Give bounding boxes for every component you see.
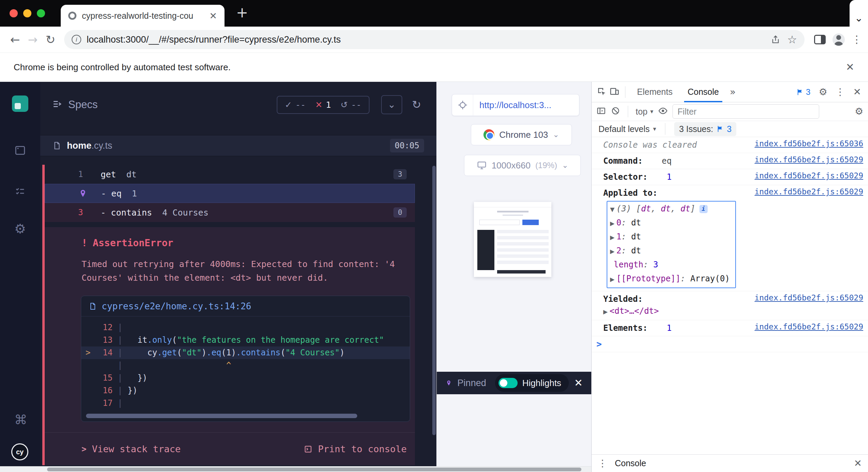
tab-title: cypress-realworld-testing-cou [82,11,204,21]
view-stack-trace-button[interactable]: > View stack trace [82,444,181,454]
devtools-settings-icon[interactable]: ⚙ [819,87,827,97]
code-frame-link[interactable]: cypress/e2e/home.cy.ts:14:26 [102,301,251,311]
source-link[interactable]: index.fd56be2f.js:65029 [755,293,864,302]
more-tabs-icon[interactable]: » [728,87,738,97]
spec-extension: .cy.ts [91,141,112,151]
command-count-badge: 3 [393,169,407,179]
viewport-caret-icon: ⌄ [562,162,568,169]
aut-url-bar[interactable]: http://localhost:3... [452,94,579,116]
selector-playground-icon[interactable] [452,94,473,116]
specs-menu-icon[interactable] [52,99,62,110]
context-selector[interactable]: top ▾ [636,107,653,117]
collapse-reporter-button[interactable]: ⌄ [381,95,402,114]
source-link[interactable]: index.fd56be2f.js:65029 [755,187,864,196]
console-row: Applied to:▼ (3) [dt, dt, dt]i▶ 0: dt▶ 1… [592,185,868,291]
devtools-close-icon[interactable]: ✕ [853,87,861,97]
devtools-menu-icon[interactable]: ⋮ [836,87,845,97]
code-frame: cypress/e2e/home.cy.ts:14:26 12|13| it.o… [81,296,410,422]
passed-count: -- [295,100,306,110]
pin-icon [446,379,452,387]
pending-icon: ↺ [341,101,348,109]
reporter-scrollbar[interactable] [432,166,436,435]
spec-file-row[interactable]: home.cy.ts 00:05 [40,135,436,156]
command-row[interactable]: 1getdt3 [45,165,415,184]
drawer-close-icon[interactable]: ✕ [854,459,862,468]
clear-console-icon[interactable] [611,106,620,117]
rerun-tests-button[interactable]: ↻ [408,95,425,114]
aut-panel: http://localhost:3... Chrome 103 ⌄ 1000x… [436,82,591,472]
failed-icon: ✕ [315,101,322,109]
source-link[interactable]: index.fd56be2f.js:65029 [755,171,864,180]
scrollbar-thumb[interactable] [47,468,581,471]
side-panel-icon[interactable] [814,35,826,44]
tab-search-button[interactable]: ⌄ [850,0,868,27]
console-print-icon [304,445,313,454]
url-text[interactable]: localhost:3000/__/#/specs/runner?file=cy… [87,34,765,45]
bookmark-star-icon[interactable]: ☆ [787,34,797,45]
inspect-element-icon[interactable] [596,86,607,98]
filter-input[interactable] [672,104,819,119]
issues-counter[interactable]: 3 Issues: 3 [674,122,736,136]
reload-button[interactable]: ↻ [42,34,59,45]
tab-close-icon[interactable]: ✕ [209,11,217,20]
console-settings-icon[interactable]: ⚙ [855,107,863,116]
source-link[interactable]: index.fd56be2f.js:65036 [755,139,864,148]
minimize-window-button[interactable] [23,9,31,17]
drawer-tab-console[interactable]: Console [615,458,646,468]
settings-nav-icon[interactable]: ⚙ [14,222,26,235]
devtools-panel: Elements Console » 3 ⚙ ⋮ ✕ [591,82,868,472]
command-row[interactable]: 3- contains4 Courses0 [45,203,415,222]
browser-toolbar: ← → ↻ i localhost:3000/__/#/specs/runner… [0,27,868,53]
print-to-console-button[interactable]: Print to console [304,444,407,454]
device-toolbar-icon[interactable] [609,86,620,98]
browser-window: cypress-realworld-testing-cou ✕ + ⌄ ← → … [0,0,868,472]
address-bar[interactable]: i localhost:3000/__/#/specs/runner?file=… [64,30,805,49]
console-row: Console was clearedindex.fd56be2f.js:650… [592,137,868,153]
specs-nav-icon[interactable] [14,145,26,158]
automation-infobar: Chrome is being controlled by automated … [0,53,868,82]
browser-menu-icon[interactable]: ⋮ [852,34,862,45]
console-sidebar-icon[interactable] [596,106,606,117]
command-row[interactable]: - eq1 [45,184,415,203]
keyboard-shortcuts-icon[interactable]: ⌘ [14,413,27,426]
profile-avatar[interactable] [833,33,845,46]
highlights-switch[interactable] [498,378,518,388]
source-link[interactable]: index.fd56be2f.js:65029 [755,322,864,331]
runs-nav-icon[interactable] [14,186,26,198]
viewport-selector[interactable]: 1000x660 (19%) ⌄ [464,155,581,176]
close-window-button[interactable] [10,9,18,17]
infobar-close-icon[interactable]: ✕ [846,62,854,72]
code-scrollbar-thumb[interactable] [86,414,357,418]
error-panel: ! AssertionError Timed out retrying afte… [45,227,415,465]
browser-selector[interactable]: Chrome 103 ⌄ [471,124,572,145]
unpin-close-icon[interactable]: ✕ [574,378,583,388]
drawer-menu-icon[interactable]: ⋮ [598,459,607,468]
aut-url-text[interactable]: http://localhost:3... [473,100,551,110]
cypress-version-badge[interactable]: cy [11,443,28,460]
highlights-toggle[interactable]: Highlights [495,374,569,392]
levels-dropdown[interactable]: Default levels ▾ [598,124,656,134]
source-link[interactable]: index.fd56be2f.js:65029 [755,155,864,164]
live-expression-eye-icon[interactable] [658,106,668,117]
error-footer: > View stack trace Print to console [45,432,415,465]
code-frame-header[interactable]: cypress/e2e/home.cy.ts:14:26 [81,296,410,316]
maximize-window-button[interactable] [37,9,45,17]
share-icon[interactable] [771,35,780,44]
browser-tab[interactable]: cypress-realworld-testing-cou ✕ [61,5,225,27]
new-tab-button[interactable]: + [236,5,248,20]
console-prompt[interactable]: > [592,336,868,352]
site-info-icon[interactable]: i [72,35,81,44]
tab-console[interactable]: Console [681,82,725,102]
console-errors-badge[interactable]: 3 [796,87,810,97]
page-horizontal-scrollbar[interactable] [0,466,591,472]
viewport-size: 1000x660 [492,160,531,171]
snapshot-navbar [474,202,551,207]
stack-chevron-icon: > [82,444,86,454]
snapshot-subscribe-button [522,220,539,225]
cypress-reporter: Specs ✓-- ✕1 ↺-- ⌄ ↻ home.cy.ts 00:05 1g… [40,82,436,472]
console-object-tree[interactable]: ▼ (3) [dt, dt, dt]i▶ 0: dt▶ 1: dt▶ 2: dt… [607,201,736,288]
tab-elements[interactable]: Elements [631,82,679,102]
command-list: 1getdt3- eq13- contains4 Courses0 [45,165,436,222]
back-button[interactable]: ← [6,34,24,45]
reporter-header: Specs ✓-- ✕1 ↺-- ⌄ ↻ [40,91,436,118]
